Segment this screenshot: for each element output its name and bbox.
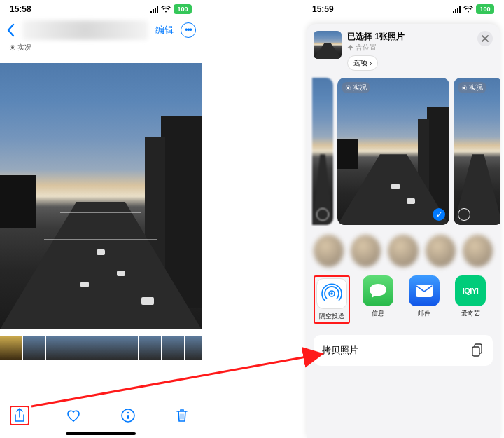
signal-icon	[453, 6, 461, 13]
status-bar: 15:58 100	[0, 0, 202, 18]
main-photo[interactable]	[0, 63, 202, 329]
contact-avatar[interactable]	[426, 235, 456, 267]
favorite-button[interactable]	[64, 406, 83, 425]
contact-avatar[interactable]	[314, 235, 344, 267]
status-icons: 100	[150, 4, 192, 14]
share-header: 已选择 1张照片 含位置 选项 ›	[307, 24, 500, 75]
status-time: 15:59	[312, 4, 334, 14]
left-screen: 15:58 100 编辑 ••• 实况	[0, 0, 202, 438]
bottom-toolbar	[0, 397, 202, 434]
app-label: 隔空投送	[316, 312, 347, 321]
contact-avatar[interactable]	[388, 235, 418, 267]
photo-selection-row[interactable]: 实况 ✓ 实况	[307, 75, 500, 229]
airdrop-app[interactable]: 隔空投送	[314, 275, 350, 324]
share-info: 已选择 1张照片 含位置 选项 ›	[347, 31, 472, 71]
status-icons: 100	[453, 4, 494, 14]
unchecked-icon[interactable]	[458, 208, 470, 221]
share-apps-row: 隔空投送 信息 邮件 iQIYI 爱奇艺	[307, 271, 500, 328]
more-button[interactable]: •••	[181, 22, 196, 38]
nav-bar: 编辑 •••	[0, 18, 202, 42]
wifi-icon	[463, 6, 473, 13]
svg-point-5	[347, 86, 350, 89]
share-preview-thumb	[314, 31, 342, 59]
share-sheet: 已选择 1张照片 含位置 选项 ›	[307, 24, 500, 438]
messages-icon	[369, 282, 387, 299]
screen-gap	[202, 0, 302, 438]
copy-icon	[472, 343, 484, 357]
home-indicator	[66, 432, 136, 435]
share-button[interactable]	[10, 406, 29, 425]
live-photo-badge: 实况	[458, 82, 486, 93]
iqiyi-app[interactable]: iQIYI 爱奇艺	[452, 275, 489, 324]
selectable-photo[interactable]: 实况	[454, 78, 500, 225]
right-screen: 15:59 100 已选择 1张照片 含位置 选项	[302, 0, 504, 438]
svg-point-0	[11, 46, 14, 49]
checked-icon[interactable]: ✓	[433, 208, 445, 221]
location-icon	[347, 45, 354, 51]
copy-photo-action[interactable]: 拷贝照片	[314, 335, 493, 366]
mail-app[interactable]: 邮件	[406, 275, 442, 324]
chevron-right-icon: ›	[370, 60, 372, 67]
app-label: 爱奇艺	[452, 309, 489, 318]
contacts-row[interactable]	[307, 229, 500, 271]
live-photo-badge: 实况	[342, 82, 370, 93]
svg-point-7	[463, 86, 466, 89]
live-label: 实况	[18, 43, 31, 53]
close-button[interactable]	[477, 31, 493, 46]
options-button[interactable]: 选项 ›	[347, 55, 378, 71]
action-label: 拷贝照片	[322, 344, 358, 357]
share-title: 已选择 1张照片	[347, 31, 472, 43]
battery-icon: 100	[174, 4, 192, 14]
back-button[interactable]	[6, 23, 15, 37]
share-subtitle: 含位置	[347, 43, 472, 53]
status-bar: 15:59 100	[302, 0, 504, 18]
svg-point-3	[127, 412, 128, 413]
svg-rect-4	[127, 415, 129, 419]
selectable-photo[interactable]	[312, 78, 333, 225]
status-time: 15:58	[10, 4, 31, 14]
airdrop-icon	[321, 283, 342, 304]
app-label: 邮件	[406, 309, 442, 318]
live-photo-badge: 实况	[6, 42, 35, 53]
svg-rect-13	[472, 347, 479, 356]
wifi-icon	[161, 6, 171, 13]
svg-point-10	[330, 292, 333, 295]
selectable-photo-selected[interactable]: 实况 ✓	[337, 78, 449, 225]
info-button[interactable]	[118, 406, 138, 425]
edit-button[interactable]: 编辑	[155, 24, 174, 36]
delete-button[interactable]	[172, 406, 192, 425]
thumbnail-strip[interactable]	[0, 336, 202, 360]
contact-avatar[interactable]	[463, 235, 493, 267]
unchecked-icon[interactable]	[316, 208, 329, 221]
contact-avatar[interactable]	[351, 235, 381, 267]
iqiyi-icon: iQIYI	[463, 287, 479, 295]
signal-icon	[150, 6, 158, 13]
app-label: 信息	[360, 309, 396, 318]
mail-icon	[415, 284, 433, 298]
svg-rect-11	[416, 285, 433, 297]
nav-title-blurred	[22, 20, 148, 40]
messages-app[interactable]: 信息	[360, 275, 396, 324]
battery-icon: 100	[476, 4, 494, 14]
